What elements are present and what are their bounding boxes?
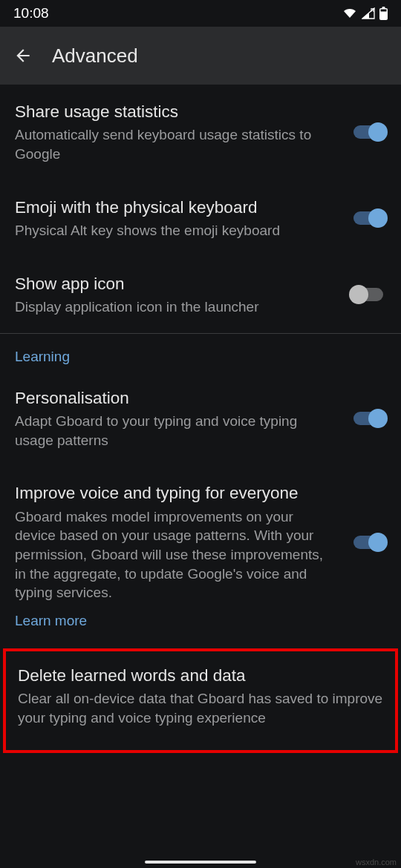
setting-desc: Physical Alt key shows the emoji keyboar…: [15, 221, 336, 240]
navigation-handle[interactable]: [145, 861, 256, 864]
setting-desc: Automatically send keyboard usage statis…: [15, 125, 336, 163]
setting-emoji-physical[interactable]: Emoji with the physical keyboard Physica…: [0, 180, 401, 257]
setting-desc: Display application icon in the launcher: [15, 297, 336, 317]
toggle-share-usage[interactable]: [351, 122, 386, 142]
toggle-personalisation[interactable]: [351, 408, 386, 429]
section-learning: Learning: [0, 334, 401, 371]
setting-desc: Clear all on-device data that Gboard has…: [18, 689, 383, 727]
status-bar: 10:08 R: [0, 0, 401, 27]
svg-rect-2: [382, 7, 385, 9]
watermark: wsxdn.com: [356, 858, 397, 867]
signal-icon: R: [362, 7, 375, 19]
app-bar: Advanced: [0, 27, 401, 85]
toggle-emoji-physical[interactable]: [351, 208, 386, 228]
setting-title: Show app icon: [15, 273, 336, 295]
setting-title: Emoji with the physical keyboard: [15, 197, 336, 219]
setting-improve-voice[interactable]: Improve voice and typing for everyone Gb…: [0, 466, 401, 610]
toggle-improve-voice[interactable]: [351, 532, 386, 553]
svg-text:R: R: [371, 7, 374, 13]
setting-title: Share usage statistics: [15, 101, 336, 123]
back-icon[interactable]: [13, 46, 33, 65]
setting-personalisation[interactable]: Personalisation Adapt Gboard to your typ…: [0, 371, 401, 467]
setting-title: Improve voice and typing for everyone: [15, 482, 336, 504]
status-time: 10:08: [13, 5, 49, 22]
setting-desc: Adapt Gboard to your typing and voice ty…: [15, 412, 336, 450]
setting-share-usage[interactable]: Share usage statistics Automatically sen…: [0, 85, 401, 180]
content: Share usage statistics Automatically sen…: [0, 85, 401, 753]
learn-more-link[interactable]: Learn more: [0, 610, 401, 644]
setting-title: Personalisation: [15, 387, 336, 410]
svg-rect-3: [381, 10, 387, 12]
setting-desc: Gboard makes model improvements on your …: [15, 507, 336, 602]
status-icons: R: [342, 7, 388, 20]
setting-show-app-icon[interactable]: Show app icon Display application icon i…: [0, 257, 401, 333]
wifi-icon: [342, 7, 357, 19]
battery-icon: [379, 7, 388, 20]
setting-delete-learned[interactable]: Delete learned words and data Clear all …: [3, 648, 398, 753]
toggle-show-app-icon[interactable]: [351, 284, 386, 305]
page-title: Advanced: [52, 45, 138, 68]
setting-title: Delete learned words and data: [18, 665, 383, 687]
